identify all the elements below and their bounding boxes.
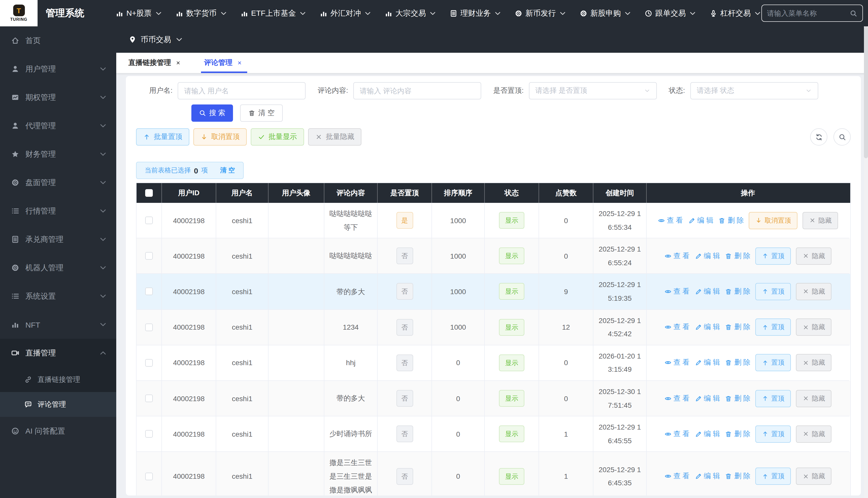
sidebar-item[interactable]: 系统设置: [0, 282, 116, 310]
view-link[interactable]: 查 看: [664, 323, 690, 332]
row-checkbox[interactable]: [145, 472, 153, 480]
edit-link[interactable]: 编 辑: [688, 216, 713, 225]
comment-input[interactable]: [353, 82, 481, 100]
delete-link[interactable]: 删 除: [725, 394, 751, 403]
pinned-select[interactable]: 请选择 是否置顶: [529, 82, 656, 100]
edit-link[interactable]: 编 辑: [695, 323, 720, 332]
delete-link[interactable]: 删 除: [725, 358, 751, 367]
refresh-button[interactable]: [810, 128, 827, 146]
edit-link[interactable]: 编 辑: [695, 472, 720, 481]
nav-item[interactable]: 跟单交易: [644, 8, 697, 18]
chevron-down-icon: [99, 264, 107, 272]
sidebar-item[interactable]: 机器人管理: [0, 253, 116, 282]
table-body: 40002198ceshi1哒哒哒哒哒哒等下是1000显示02025-12-29…: [137, 203, 850, 496]
menu-search-box[interactable]: [762, 4, 863, 22]
pin-button[interactable]: 置顶: [756, 248, 791, 265]
row-checkbox[interactable]: [145, 359, 153, 367]
hide-button[interactable]: 隐藏: [796, 283, 832, 300]
hide-button[interactable]: 隐藏: [796, 425, 832, 443]
sidebar-subitem[interactable]: 直播链接管理: [0, 367, 116, 392]
delete-link[interactable]: 删 除: [725, 287, 751, 296]
nav-item[interactable]: ETF上市基金: [240, 8, 307, 18]
sidebar-item[interactable]: 期权管理: [0, 83, 116, 112]
row-checkbox[interactable]: [145, 217, 153, 224]
hide-button[interactable]: 隐藏: [796, 390, 832, 407]
hide-button[interactable]: 隐藏: [796, 354, 832, 371]
close-icon[interactable]: [176, 60, 181, 65]
sidebar-subitem[interactable]: 评论管理: [0, 392, 116, 417]
edit-link[interactable]: 编 辑: [695, 358, 720, 367]
status-select[interactable]: 请选择 状态: [690, 82, 818, 100]
selection-clear-link[interactable]: 清 空: [220, 166, 235, 175]
delete-link[interactable]: 删 除: [725, 251, 751, 261]
view-link[interactable]: 查 看: [664, 472, 690, 481]
row-checkbox[interactable]: [145, 252, 153, 260]
select-all-checkbox[interactable]: [145, 189, 153, 197]
sidebar-item[interactable]: 用户管理: [0, 55, 116, 83]
batch-primary-button[interactable]: 批量置顶: [136, 128, 189, 146]
row-checkbox[interactable]: [145, 430, 153, 438]
market-switcher[interactable]: 币币交易: [116, 26, 868, 53]
tab[interactable]: 评论管理: [204, 53, 242, 73]
cell-username: ceshi1: [216, 310, 269, 345]
hide-button[interactable]: 隐藏: [803, 212, 838, 229]
hide-button[interactable]: 隐藏: [796, 248, 832, 265]
delete-link[interactable]: 删 除: [725, 429, 751, 438]
edit-link[interactable]: 编 辑: [695, 429, 720, 438]
view-link[interactable]: 查 看: [664, 287, 690, 296]
edit-link[interactable]: 编 辑: [695, 251, 720, 261]
batch-success-button[interactable]: 批量显示: [251, 128, 304, 146]
row-checkbox[interactable]: [145, 323, 153, 331]
menu-search-input[interactable]: [767, 9, 850, 17]
edit-link[interactable]: 编 辑: [695, 394, 720, 403]
pin-button[interactable]: 置顶: [756, 354, 791, 371]
view-link[interactable]: 查 看: [664, 358, 690, 367]
nav-item[interactable]: 理财业务: [450, 8, 501, 18]
clear-button[interactable]: 清 空: [240, 104, 283, 122]
close-icon[interactable]: [237, 60, 242, 65]
row-checkbox[interactable]: [145, 288, 153, 296]
hide-button[interactable]: 隐藏: [796, 468, 832, 485]
sidebar-item[interactable]: 财务管理: [0, 140, 116, 168]
pin-button[interactable]: 置顶: [756, 283, 791, 300]
table-search-button[interactable]: [833, 128, 851, 146]
sidebar-item[interactable]: 行情管理: [0, 197, 116, 225]
nav-item[interactable]: N+股票: [116, 8, 162, 18]
scrollbar-thumb[interactable]: [864, 26, 868, 158]
view-link[interactable]: 查 看: [664, 394, 690, 403]
delete-link[interactable]: 删 除: [718, 216, 744, 225]
delete-link[interactable]: 删 除: [725, 472, 751, 481]
row-checkbox[interactable]: [145, 395, 153, 402]
nav-item[interactable]: 新股申购: [580, 8, 631, 18]
search-button[interactable]: 搜 索: [191, 104, 233, 122]
pin-button[interactable]: 置顶: [756, 390, 791, 407]
sidebar-item[interactable]: NFT: [0, 310, 116, 339]
brand-logo[interactable]: T TURING: [0, 0, 38, 26]
view-link[interactable]: 查 看: [664, 251, 690, 261]
sidebar-item[interactable]: 承兑商管理: [0, 225, 116, 253]
sidebar-item[interactable]: 直播管理: [0, 339, 116, 367]
nav-item[interactable]: 外汇对冲: [320, 8, 372, 18]
page-scrollbar[interactable]: [864, 26, 868, 498]
pin-button[interactable]: 置顶: [756, 468, 791, 485]
view-link[interactable]: 查 看: [664, 429, 690, 438]
nav-item[interactable]: 数字货币: [175, 8, 227, 18]
unpin-button[interactable]: 取消置顶: [749, 212, 798, 229]
pin-button[interactable]: 置顶: [756, 318, 791, 336]
tab[interactable]: 直播链接管理: [128, 53, 181, 73]
sidebar-item[interactable]: 盘面管理: [0, 168, 116, 197]
sidebar-item[interactable]: AI 问答配置: [0, 417, 116, 445]
delete-link[interactable]: 删 除: [725, 323, 751, 332]
hide-button[interactable]: 隐藏: [796, 318, 832, 336]
nav-item[interactable]: 大宗交易: [385, 8, 436, 18]
sidebar-item[interactable]: 代理管理: [0, 112, 116, 140]
nav-item[interactable]: 新币发行: [515, 8, 566, 18]
edit-link[interactable]: 编 辑: [695, 287, 720, 296]
sidebar-item[interactable]: 首页: [0, 26, 116, 55]
batch-info-button[interactable]: 批量隐藏: [308, 128, 361, 146]
pin-button[interactable]: 置顶: [756, 425, 791, 443]
username-input[interactable]: [178, 82, 306, 100]
view-link[interactable]: 查 看: [658, 216, 683, 225]
batch-warning-button[interactable]: 取消置顶: [193, 128, 247, 146]
nav-item[interactable]: 杠杆交易: [710, 8, 762, 18]
